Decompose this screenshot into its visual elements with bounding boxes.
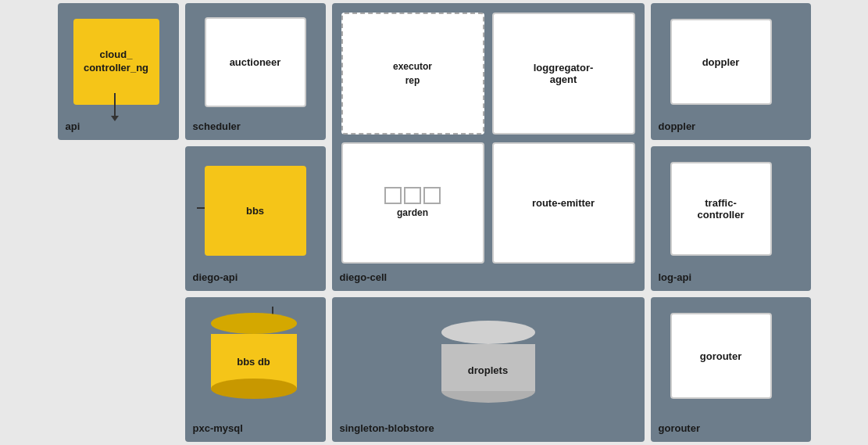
doppler-cell-label: doppler <box>659 119 696 134</box>
auctioneer-label: auctioneer <box>230 56 281 68</box>
scheduler-cell-label: scheduler <box>193 119 241 134</box>
architecture-diagram: cloud_ controller_ng api auctioneer sche… <box>48 0 820 445</box>
db-bottom <box>211 379 297 400</box>
cell-diego-cell: executor rep loggregator- agent garden r… <box>332 3 645 291</box>
garden-sq-2 <box>404 187 421 204</box>
route-emitter-box: route-emitter <box>492 142 635 264</box>
cell-scheduler: auctioneer scheduler <box>185 3 326 140</box>
executor-rep-box: executor rep <box>341 13 484 135</box>
rep-label: rep <box>405 75 420 86</box>
doppler-box: doppler <box>670 19 772 105</box>
gorouter-component-label: gorouter <box>700 350 741 362</box>
cell-api: cloud_ controller_ng api <box>58 3 179 140</box>
executor-label: executor <box>393 61 432 72</box>
traffic-controller-box: traffic- controller <box>670 162 772 256</box>
auctioneer-box: auctioneer <box>205 17 306 107</box>
cell-log-api: traffic- controller log-api <box>651 146 811 291</box>
blobstore-inner: droplets <box>441 321 535 403</box>
garden-box: garden <box>341 142 484 264</box>
blob-body: droplets <box>441 344 535 391</box>
cloud-controller-box: cloud_ controller_ng <box>73 19 159 105</box>
api-arrow <box>114 93 116 117</box>
bbs-label: bbs <box>246 205 264 217</box>
loggregator-box: loggregator- agent <box>492 13 635 135</box>
cell-diego-api: bbs diego-api <box>185 146 326 291</box>
cloud-controller-label: cloud_ controller_ng <box>84 48 148 75</box>
garden-sq-1 <box>384 187 402 204</box>
cell-gorouter: gorouter gorouter <box>651 297 811 442</box>
diego-api-cell-label: diego-api <box>193 270 238 285</box>
gorouter-box: gorouter <box>670 313 772 399</box>
bbs-db-cylinder: bbs db <box>207 313 301 399</box>
garden-squares <box>384 187 441 204</box>
db-top <box>211 313 297 334</box>
blobstore-cell-label: singleton-blobstore <box>340 421 434 436</box>
pxc-cell-label: pxc-mysql <box>193 421 243 436</box>
cell-doppler: doppler doppler <box>651 3 811 140</box>
blob-top <box>441 321 535 344</box>
loggregator-label: loggregator- agent <box>534 62 594 85</box>
cell-pxc: bbs db pxc-mysql <box>185 297 326 442</box>
bbs-db-label: bbs db <box>237 356 270 368</box>
diego-cell-label: diego-cell <box>340 270 388 285</box>
api-cell-label: api <box>66 119 80 134</box>
route-emitter-label: route-emitter <box>532 197 595 209</box>
garden-label: garden <box>397 207 428 218</box>
bbs-box: bbs <box>205 166 306 256</box>
garden-sq-3 <box>423 187 441 204</box>
diego-cell-inner: executor rep loggregator- agent garden r… <box>341 13 635 264</box>
doppler-component-label: doppler <box>702 56 740 68</box>
gorouter-cell-label: gorouter <box>659 421 700 436</box>
droplets-label: droplets <box>468 364 508 375</box>
log-api-cell-label: log-api <box>659 270 692 285</box>
cell-blobstore: droplets singleton-blobstore <box>332 297 645 442</box>
traffic-controller-label: traffic- controller <box>698 197 745 221</box>
